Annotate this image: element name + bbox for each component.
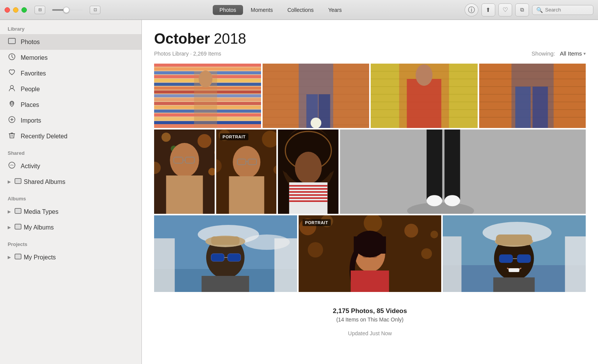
- sidebar-memories-label: Memories: [21, 54, 48, 61]
- my-albums-icon: [14, 223, 22, 232]
- svg-rect-162: [565, 236, 586, 292]
- chevron-down-icon: ▾: [583, 51, 586, 56]
- info-button[interactable]: ⓘ: [465, 3, 478, 16]
- svg-rect-101: [229, 176, 264, 214]
- sidebar: Library Photos Memories: [0, 20, 142, 364]
- svg-point-53: [310, 118, 321, 128]
- svg-rect-137: [211, 236, 240, 245]
- sidebar-photos-label: Photos: [21, 39, 40, 46]
- collapse-arrow-my-projects: ▶: [8, 255, 11, 260]
- shared-albums-icon: [14, 177, 22, 187]
- sidebar-item-people[interactable]: People: [0, 81, 141, 97]
- svg-point-38: [199, 71, 212, 87]
- slider-thumb[interactable]: [63, 7, 69, 13]
- tab-moments[interactable]: Moments: [244, 5, 280, 15]
- svg-rect-20: [154, 64, 261, 67]
- svg-rect-170: [509, 268, 519, 272]
- zoom-slider[interactable]: [52, 9, 83, 11]
- svg-rect-131: [154, 238, 175, 292]
- svg-point-113: [295, 152, 322, 184]
- photo-cell-2-2[interactable]: PORTRAIT: [216, 130, 277, 214]
- showing-dropdown[interactable]: Showing: All Items ▾: [532, 50, 586, 57]
- memories-icon: [8, 53, 16, 62]
- photo-row-2-left: PORTRAIT: [154, 130, 338, 214]
- search-input[interactable]: [545, 7, 589, 13]
- sidebar-item-imports[interactable]: Imports: [0, 113, 141, 128]
- share-button[interactable]: ⬆: [481, 3, 495, 16]
- library-subtitle: Photos Library · 2,269 Items: [154, 51, 221, 57]
- photo-cell-1-1[interactable]: [154, 64, 261, 128]
- photo-cell-1-4[interactable]: [479, 64, 586, 128]
- maximize-button[interactable]: [21, 7, 27, 13]
- sidebar-my-albums-label: My Albums: [24, 224, 54, 231]
- svg-rect-155: [353, 236, 386, 254]
- close-button[interactable]: [5, 7, 10, 13]
- slideshow-button[interactable]: ⧉: [515, 3, 529, 16]
- search-box: 🔍: [532, 5, 593, 15]
- svg-rect-115: [289, 185, 328, 187]
- media-types-icon: [14, 207, 22, 216]
- collapse-arrow-shared-albums: ▶: [8, 179, 11, 184]
- month-title: October: [154, 31, 210, 47]
- svg-rect-116: [289, 188, 328, 190]
- shared-section-label: Shared: [0, 144, 141, 158]
- sidebar-item-recently-deleted[interactable]: Recently Deleted: [0, 128, 141, 144]
- sidebar-item-my-projects[interactable]: ▶ My Projects: [0, 249, 141, 265]
- zoom-slider-area: [52, 9, 83, 11]
- photo-cell-1-2[interactable]: [263, 64, 370, 128]
- svg-rect-64: [407, 79, 441, 128]
- photo-cell-3-3[interactable]: [443, 215, 586, 292]
- sidebar-item-my-albums[interactable]: ▶ My Albums: [0, 220, 141, 235]
- collapse-arrow-my-albums: ▶: [8, 225, 11, 230]
- photo-cell-2-3[interactable]: [278, 130, 338, 214]
- sidebar-people-label: People: [21, 86, 40, 93]
- sidebar-recently-deleted-label: Recently Deleted: [21, 133, 67, 140]
- sidebar-item-favorites[interactable]: Favorites: [0, 66, 141, 81]
- svg-point-80: [197, 134, 211, 148]
- year-title: 2018: [214, 31, 246, 47]
- photo-row-1: [154, 64, 586, 128]
- photo-row-3: PORTRAIT: [154, 215, 586, 292]
- sidebar-favorites-label: Favorites: [21, 70, 46, 77]
- svg-rect-18: [16, 255, 20, 258]
- svg-rect-156: [350, 271, 389, 292]
- photo-row-2: PORTRAIT: [154, 130, 586, 214]
- app-body: Library Photos Memories: [0, 20, 598, 364]
- toolbar-actions: ⓘ ⬆ ♡ ⧉ 🔍: [465, 3, 593, 16]
- sidebar-item-activity[interactable]: Activity: [0, 158, 141, 174]
- sidebar-my-projects-label: My Projects: [24, 254, 56, 261]
- library-info: Photos Library · 2,269 Items Showing: Al…: [154, 50, 586, 57]
- photo-cell-2-4[interactable]: [340, 130, 586, 214]
- sidebar-item-memories[interactable]: Memories: [0, 50, 141, 66]
- photo-cell-2-1[interactable]: [154, 130, 215, 214]
- imports-icon: [8, 116, 16, 125]
- favorite-button[interactable]: ♡: [498, 3, 512, 16]
- photo-cell-3-2[interactable]: PORTRAIT: [299, 215, 442, 292]
- fullscreen-button[interactable]: ⊡: [90, 6, 100, 14]
- sidebar-item-photos[interactable]: Photos: [0, 34, 141, 50]
- svg-rect-88: [166, 175, 203, 214]
- svg-rect-118: [289, 194, 328, 196]
- svg-rect-171: [493, 277, 535, 292]
- svg-rect-21: [154, 67, 261, 71]
- search-icon: 🔍: [536, 7, 543, 13]
- sidebar-shared-albums-label: Shared Albums: [24, 179, 66, 185]
- svg-point-79: [161, 133, 171, 142]
- sidebar-item-places[interactable]: Places: [0, 97, 141, 113]
- tab-photos[interactable]: Photos: [213, 5, 243, 15]
- projects-section-label: Projects: [0, 235, 141, 249]
- sidebar-item-shared-albums[interactable]: ▶ Shared Albums: [0, 174, 141, 190]
- svg-rect-143: [202, 276, 249, 292]
- thumbnail-toggle[interactable]: ⊟: [34, 6, 45, 14]
- tab-years[interactable]: Years: [321, 5, 348, 15]
- tab-collections[interactable]: Collections: [281, 5, 320, 15]
- svg-rect-161: [443, 236, 462, 292]
- photos-icon: [8, 37, 16, 47]
- svg-rect-124: [427, 130, 442, 200]
- showing-value: All Items: [560, 50, 582, 57]
- photo-cell-1-3[interactable]: [371, 64, 478, 128]
- sidebar-item-media-types[interactable]: ▶ Media Types: [0, 204, 141, 220]
- places-icon: [8, 100, 16, 110]
- minimize-button[interactable]: [13, 7, 18, 13]
- photo-cell-3-1[interactable]: [154, 215, 297, 292]
